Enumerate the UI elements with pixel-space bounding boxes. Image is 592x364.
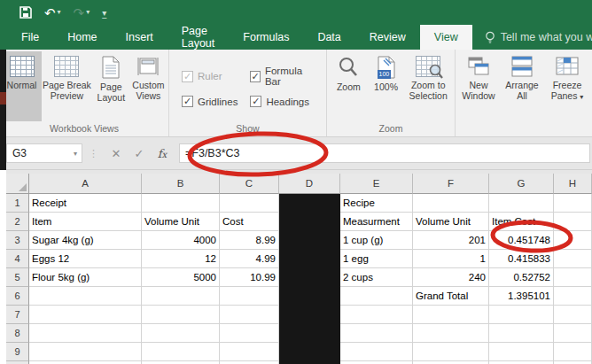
cell-A9[interactable] [29,343,142,361]
cell-B8[interactable] [142,324,220,343]
column-header-B[interactable]: B [142,174,220,194]
enter-icon[interactable]: ✓ [128,147,151,160]
cell-E2[interactable]: Measurment [340,213,413,231]
cell-E5[interactable]: 2 cups [340,268,413,287]
row-header-6[interactable]: 6 [6,287,29,306]
zoom-button[interactable]: Zoom [329,51,369,121]
zoom-100-button[interactable]: 100 100% [369,51,404,121]
cell-H2[interactable] [554,213,592,231]
normal-view-button[interactable]: Normal [2,51,42,121]
cell-B6[interactable] [142,287,220,306]
cell-F3[interactable]: 201 [413,231,489,250]
cell-F1[interactable] [413,194,489,213]
cell-E7[interactable] [340,306,413,324]
undo-dropdown-icon[interactable]: ▾ [58,9,61,16]
cell-C5[interactable]: 10.99 [220,268,279,287]
tab-page-layout[interactable]: Page Layout [167,25,230,50]
cell-A3[interactable]: Sugar 4kg (g) [29,231,142,250]
cell-G8[interactable] [489,324,554,343]
cell-G9[interactable] [489,343,554,361]
column-header-C[interactable]: C [220,174,279,194]
cell-B9[interactable] [142,343,220,361]
cell-F6[interactable]: Grand Total [413,287,489,306]
cell-G6[interactable]: 1.395101 [489,287,554,306]
cell-B3[interactable]: 4000 [142,231,220,250]
cell-B5[interactable]: 5000 [142,268,220,287]
row-header-2[interactable]: 2 [6,213,29,231]
cell-E3[interactable]: 1 cup (g) [340,231,413,250]
cell-F8[interactable] [413,324,489,343]
cell-A2[interactable]: Item [29,213,142,231]
tab-insert[interactable]: Insert [112,25,167,50]
cell-C8[interactable] [220,324,279,343]
cell-H8[interactable] [554,324,592,343]
headings-checkbox[interactable]: ✓ Headings [250,96,314,107]
cell-C7[interactable] [220,306,279,324]
cell-F9[interactable] [413,343,489,361]
row-header-1[interactable]: 1 [6,194,29,213]
cell-A5[interactable]: Flour 5kg (g) [29,268,142,287]
column-header-E[interactable]: E [340,174,413,194]
page-break-preview-button[interactable]: Page Break Preview [42,51,92,121]
cell-G1[interactable] [489,194,554,213]
cell-F4[interactable]: 1 [413,250,489,268]
cell-A7[interactable] [29,306,142,324]
name-box[interactable]: G3 ▾ [6,143,82,163]
arrange-all-button[interactable]: Arrange All [500,51,544,132]
cell-F5[interactable]: 240 [413,268,489,287]
tab-formulas[interactable]: Formulas [229,25,303,50]
row-header-7[interactable]: 7 [6,306,29,324]
customize-qat-icon[interactable]: ▾̲ [102,8,107,18]
save-icon[interactable] [19,6,32,19]
cell-H5[interactable] [554,268,592,287]
cell-E8[interactable] [340,324,413,343]
cell-B1[interactable] [142,194,220,213]
tab-file[interactable]: File [7,25,53,50]
column-header-D[interactable]: D [279,174,340,194]
row-header-8[interactable]: 8 [6,324,29,343]
select-all-corner[interactable] [6,174,29,194]
cell-H1[interactable] [554,194,592,213]
name-box-dropdown-icon[interactable]: ▾ [74,150,82,158]
tab-home[interactable]: Home [53,25,111,50]
cell-C6[interactable] [220,287,279,306]
cell-A1[interactable]: Receipt [29,194,142,213]
cell-B2[interactable]: Volume Unit [142,213,220,231]
formula-bar-checkbox[interactable]: ✓ Formula Bar [250,66,314,87]
row-header-3[interactable]: 3 [6,231,29,250]
column-header-H[interactable]: H [554,174,592,194]
zoom-to-selection-button[interactable]: Zoom to Selection [403,51,453,121]
cell-H7[interactable] [554,306,592,324]
cell-G2[interactable]: Item Cost [489,213,554,231]
cell-B4[interactable]: 12 [142,250,220,268]
cell-C3[interactable]: 8.99 [220,231,279,250]
cell-H3[interactable] [554,231,592,250]
cancel-icon[interactable]: ✕ [105,147,128,160]
freeze-panes-button[interactable]: Freeze Panes ▾ [544,51,590,132]
cell-H9[interactable] [554,343,592,361]
cell-C2[interactable]: Cost [220,213,279,231]
cell-A4[interactable]: Eggs 12 [29,250,142,268]
column-header-G[interactable]: G [489,174,554,194]
cell-E6[interactable] [340,287,413,306]
cell-E9[interactable] [340,343,413,361]
insert-function-icon[interactable]: fx [151,147,174,160]
tab-view[interactable]: View [420,25,472,50]
cell-C4[interactable]: 4.99 [220,250,279,268]
tab-data[interactable]: Data [303,25,354,50]
undo-button[interactable]: ↶▾ [44,6,61,19]
cell-H4[interactable] [554,250,592,268]
cell-C9[interactable] [220,343,279,361]
gridlines-checkbox[interactable]: ✓ Gridlines [182,96,238,107]
cell-F7[interactable] [413,306,489,324]
formula-input[interactable]: =F3/B3*C3 [179,143,590,163]
column-header-F[interactable]: F [413,174,489,194]
cell-E4[interactable]: 1 egg [340,250,413,268]
cell-G7[interactable] [489,306,554,324]
cell-B7[interactable] [142,306,220,324]
cell-A6[interactable] [29,287,142,306]
new-window-button[interactable]: New Window [457,51,500,132]
row-header-9[interactable]: 9 [6,343,29,361]
cell-F2[interactable]: Volume Unit [413,213,489,231]
cell-E1[interactable]: Recipe [340,194,413,213]
